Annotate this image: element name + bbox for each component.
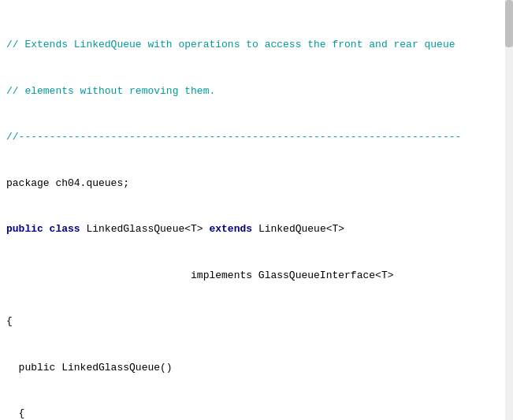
scrollbar-track[interactable]	[505, 0, 513, 420]
line-6: implements GlassQueueInterface<T>	[6, 268, 500, 284]
scrollbar-thumb[interactable]	[505, 0, 513, 47]
line-1: // Extends LinkedQueue with operations t…	[6, 37, 500, 53]
code-editor[interactable]: // Extends LinkedQueue with operations t…	[0, 0, 513, 420]
line-3: //--------------------------------------…	[6, 129, 500, 145]
line-5: public class LinkedGlassQueue<T> extends…	[6, 221, 500, 237]
line-8: public LinkedGlassQueue()	[6, 360, 500, 376]
line-4: package ch04.queues;	[6, 176, 500, 191]
line-7: {	[6, 314, 500, 329]
line-2: // elements without removing them.	[6, 84, 500, 99]
line-9: {	[6, 406, 500, 420]
code-content: // Extends LinkedQueue with operations t…	[0, 0, 513, 420]
